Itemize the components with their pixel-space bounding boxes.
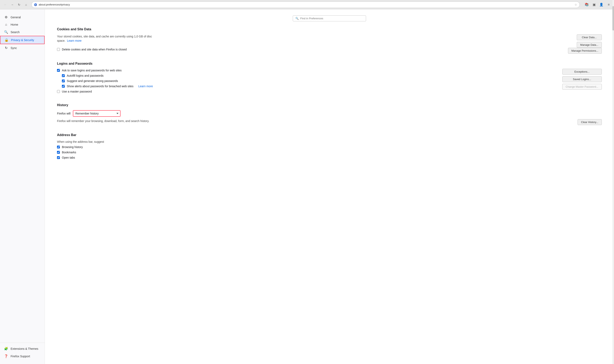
autofill-checkbox[interactable] <box>62 74 65 77</box>
cookies-section-title: Cookies and Site Data <box>57 27 602 31</box>
suggest-row: Suggest and generate strong passwords <box>62 79 558 83</box>
cookies-main-row: Your stored cookies, site data, and cach… <box>57 34 602 48</box>
sidebar-item-extensions[interactable]: 🧩 Extensions & Themes <box>0 345 45 352</box>
account-button[interactable]: 👤 <box>599 2 604 8</box>
question-icon: ❓ <box>4 354 8 358</box>
delete-cookies-label: Delete cookies and site data when Firefo… <box>62 48 127 51</box>
logins-section: Logins and Passwords Ask to save logins … <box>57 62 602 95</box>
menu-button[interactable]: ≡ <box>606 2 612 8</box>
search-container: 🔍 <box>57 15 602 21</box>
alerts-label: Show alerts about passwords for breached… <box>67 85 134 88</box>
open-tabs-row: Open tabs <box>57 156 602 159</box>
open-tabs-checkbox[interactable] <box>57 156 60 159</box>
browsing-history-label: Browsing history <box>62 145 83 149</box>
search-input-icon: 🔍 <box>295 17 299 20</box>
home-button[interactable]: ⌂ <box>23 2 29 8</box>
sidebar-bottom: 🧩 Extensions & Themes ❓ Firefox Support <box>0 343 45 360</box>
sidebar-item-privacy[interactable]: 🔒 Privacy & Security <box>0 36 45 44</box>
browsing-history-checkbox[interactable] <box>57 146 60 148</box>
autofill-row: Autofill logins and passwords <box>62 74 558 77</box>
ask-save-checkbox[interactable] <box>57 69 60 72</box>
ask-save-label: Ask to save logins and passwords for web… <box>62 69 122 72</box>
sync-icon: ↻ <box>4 46 8 50</box>
cookies-learn-more-link[interactable]: Learn more <box>67 39 82 42</box>
cookies-buttons-group: Clear Data... Manage Data... <box>577 34 602 48</box>
sidebar-item-sync[interactable]: ↻ Sync <box>0 44 45 52</box>
firefox-will-label: Firefox will <box>57 112 70 115</box>
scrollbar-track <box>612 0 614 364</box>
forward-button[interactable]: → <box>9 2 15 8</box>
master-password-row: Use a master password <box>57 90 558 93</box>
sidebar-toggle-button[interactable]: ▣ <box>591 2 597 8</box>
back-button[interactable]: ← <box>2 2 8 8</box>
clear-data-button[interactable]: Clear Data... <box>577 34 602 40</box>
puzzle-icon: 🧩 <box>4 347 8 351</box>
sidebar-item-label-search: Search <box>11 30 20 34</box>
preferences-search-input[interactable] <box>300 17 363 20</box>
bookmarks-label: Bookmarks <box>62 151 76 154</box>
cookies-delete-row: Delete cookies and site data when Firefo… <box>57 48 602 54</box>
cookies-description-area: Your stored cookies, site data, and cach… <box>57 34 573 46</box>
sidebar: ⚙ General ⌂ Home 🔍 Search 🔒 Privacy & Se… <box>0 9 45 364</box>
url-input[interactable] <box>39 3 573 6</box>
preferences-search-box: 🔍 <box>293 15 366 21</box>
exceptions-button[interactable]: Exceptions... <box>562 69 602 75</box>
sidebar-item-label-support: Firefox Support <box>11 355 30 358</box>
refresh-button[interactable]: ↻ <box>16 2 22 8</box>
sidebar-item-label-extensions: Extensions & Themes <box>11 347 38 350</box>
address-bar-description: When using the address bar, suggest <box>57 140 602 143</box>
sidebar-item-label-sync: Sync <box>11 46 17 50</box>
history-description: Firefox will remember your browsing, dow… <box>57 119 149 123</box>
ask-save-row: Ask to save logins and passwords for web… <box>57 69 558 72</box>
logins-learn-more-link[interactable]: Learn more <box>138 85 153 88</box>
history-desc-row: Firefox will remember your browsing, dow… <box>57 119 602 125</box>
bookmarks-checkbox[interactable] <box>57 151 60 154</box>
history-select[interactable]: Remember history Never remember history … <box>73 111 120 116</box>
manage-permissions-area: Manage Permissions... <box>568 48 602 54</box>
suggest-checkbox[interactable] <box>62 79 65 82</box>
manage-data-button[interactable]: Manage Data... <box>577 42 602 48</box>
scrollbar-thumb[interactable] <box>612 6 614 30</box>
autofill-label: Autofill logins and passwords <box>67 74 104 77</box>
manage-permissions-button[interactable]: Manage Permissions... <box>568 48 602 54</box>
delete-cookies-checkbox[interactable] <box>57 48 60 51</box>
suggest-label: Suggest and generate strong passwords <box>67 79 118 83</box>
address-bar-section-title: Address Bar <box>57 133 602 137</box>
alerts-checkbox[interactable] <box>62 85 65 88</box>
firefox-logo-icon: 🧿 <box>34 3 37 6</box>
clear-history-button[interactable]: Clear History... <box>578 119 602 125</box>
master-password-label: Use a master password <box>62 90 92 93</box>
address-bar-section: Address Bar When using the address bar, … <box>57 133 602 159</box>
master-password-checkbox[interactable] <box>57 90 60 93</box>
open-tabs-label: Open tabs <box>62 156 75 159</box>
sidebar-item-label-privacy: Privacy & Security <box>11 39 34 42</box>
app-container: ⚙ General ⌂ Home 🔍 Search 🔒 Privacy & Se… <box>0 9 614 364</box>
history-section-title: History <box>57 103 602 107</box>
alerts-row: Show alerts about passwords for breached… <box>62 85 558 88</box>
browsing-history-row: Browsing history <box>57 145 602 149</box>
history-section: History Firefox will Remember history Ne… <box>57 103 602 125</box>
logins-checkboxes-area: Ask to save logins and passwords for web… <box>57 69 558 95</box>
lock-icon: 🔒 <box>4 38 9 42</box>
cookies-section: Cookies and Site Data Your stored cookie… <box>57 27 602 54</box>
sidebar-item-support[interactable]: ❓ Firefox Support <box>0 352 45 360</box>
sidebar-item-search[interactable]: 🔍 Search <box>0 28 45 36</box>
library-button[interactable]: 📚 <box>584 2 589 8</box>
browser-chrome: ← → ↻ ⌂ 🧿 ☆ 📚 ▣ 👤 ≡ <box>0 0 614 9</box>
gear-icon: ⚙ <box>4 15 8 19</box>
history-select-wrapper: Remember history Never remember history … <box>73 110 121 117</box>
address-bar-input-container: 🧿 ☆ <box>31 1 580 8</box>
logins-buttons-group: Exceptions... Saved Logins... Change Mas… <box>562 69 602 90</box>
cookies-description: Your stored cookies, site data, and cach… <box>57 34 159 43</box>
delete-cookies-checkbox-row: Delete cookies and site data when Firefo… <box>57 48 127 51</box>
change-master-password-button[interactable]: Change Master Password... <box>562 84 602 90</box>
sidebar-item-label-general: General <box>11 16 21 19</box>
logins-section-title: Logins and Passwords <box>57 62 602 65</box>
sidebar-item-label-home: Home <box>11 23 18 26</box>
firefox-will-row: Firefox will Remember history Never reme… <box>57 110 602 117</box>
sidebar-item-home[interactable]: ⌂ Home <box>0 21 45 28</box>
saved-logins-button[interactable]: Saved Logins... <box>562 76 602 82</box>
sidebar-item-general[interactable]: ⚙ General <box>0 13 45 21</box>
nav-buttons: ← → ↻ ⌂ <box>2 2 29 8</box>
bookmark-star-icon[interactable]: ☆ <box>574 3 577 6</box>
